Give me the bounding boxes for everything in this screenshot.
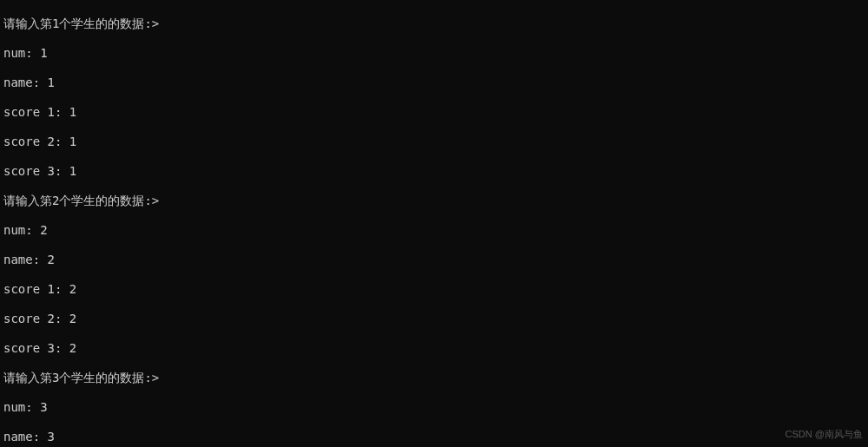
input-score1-1: score 1: 1: [3, 105, 865, 120]
input-num-2: num: 2: [3, 223, 865, 238]
input-score3-1: score 3: 1: [3, 164, 865, 179]
prompt-student-1: 请输入第1个学生的的数据:>: [3, 16, 865, 31]
input-name-2: name: 2: [3, 253, 865, 267]
input-num-1: num: 1: [3, 46, 865, 61]
watermark-text: CSDN @南风与鱼: [786, 427, 863, 442]
prompt-student-2: 请输入第2个学生的的数据:>: [3, 194, 865, 208]
input-num-3: num: 3: [3, 400, 865, 415]
input-score1-2: score 1: 2: [3, 282, 865, 297]
console-output[interactable]: 请输入第1个学生的的数据:> num: 1 name: 1 score 1: 1…: [0, 0, 868, 447]
input-score2-2: score 2: 2: [3, 312, 865, 326]
input-score2-1: score 2: 1: [3, 135, 865, 149]
input-name-3: name: 3: [3, 430, 865, 444]
prompt-student-3: 请输入第3个学生的的数据:>: [3, 371, 865, 385]
input-score3-2: score 3: 2: [3, 341, 865, 356]
input-name-1: name: 1: [3, 76, 865, 90]
